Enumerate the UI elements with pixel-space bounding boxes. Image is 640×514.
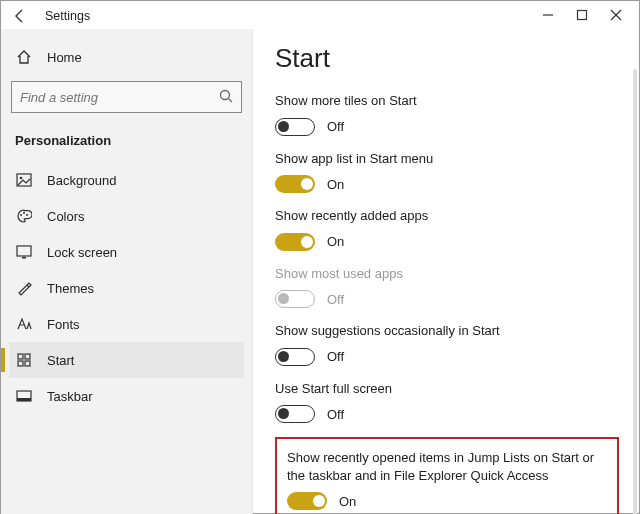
lockscreen-icon [15, 245, 33, 259]
setting-jumplists: Show recently opened items in Jump Lists… [287, 449, 607, 510]
sidebar-item-label: Colors [47, 209, 85, 224]
search-input[interactable] [11, 81, 242, 113]
setting-label: Use Start full screen [275, 380, 615, 398]
home-nav[interactable]: Home [9, 43, 244, 77]
setting-recently-added: Show recently added apps On [275, 207, 619, 251]
page-title: Start [275, 43, 619, 74]
sidebar-item-label: Start [47, 353, 74, 368]
toggle-app-list[interactable] [275, 175, 315, 193]
setting-more-tiles: Show more tiles on Start Off [275, 92, 619, 136]
svg-point-6 [20, 214, 22, 216]
setting-app-list: Show app list in Start menu On [275, 150, 619, 194]
home-label: Home [47, 50, 82, 65]
setting-label: Show app list in Start menu [275, 150, 615, 168]
setting-label: Show most used apps [275, 265, 615, 283]
group-title: Personalization [9, 127, 244, 162]
toggle-state: On [327, 177, 344, 192]
svg-point-5 [20, 177, 23, 180]
home-icon [15, 49, 33, 65]
minimize-button[interactable] [531, 1, 565, 29]
titlebar: Settings [1, 1, 639, 29]
close-button[interactable] [599, 1, 633, 29]
fonts-icon [15, 317, 33, 331]
search-icon [218, 88, 234, 104]
toggle-jumplists[interactable] [287, 492, 327, 510]
svg-rect-12 [25, 354, 30, 359]
toggle-state: Off [327, 119, 344, 134]
sidebar-item-start[interactable]: Start [9, 342, 244, 378]
svg-point-7 [23, 212, 25, 214]
maximize-button[interactable] [565, 1, 599, 29]
toggle-state: On [339, 494, 356, 509]
toggle-state: Off [327, 407, 344, 422]
toggle-most-used [275, 290, 315, 308]
window-title: Settings [45, 9, 90, 23]
toggle-state: Off [327, 292, 344, 307]
settings-window: Settings Home Personali [0, 0, 640, 514]
setting-label: Show recently opened items in Jump Lists… [287, 449, 607, 484]
svg-rect-16 [17, 398, 31, 401]
svg-rect-1 [578, 11, 587, 20]
sidebar-item-label: Fonts [47, 317, 80, 332]
toggle-recently-added[interactable] [275, 233, 315, 251]
back-button[interactable] [9, 5, 31, 27]
setting-fullscreen: Use Start full screen Off [275, 380, 619, 424]
svg-rect-10 [22, 257, 26, 259]
sidebar-item-label: Taskbar [47, 389, 93, 404]
setting-most-used: Show most used apps Off [275, 265, 619, 309]
toggle-suggestions[interactable] [275, 348, 315, 366]
svg-rect-14 [25, 361, 30, 366]
sidebar-item-fonts[interactable]: Fonts [9, 306, 244, 342]
svg-line-3 [229, 99, 233, 103]
sidebar-item-themes[interactable]: Themes [9, 270, 244, 306]
sidebar-item-lockscreen[interactable]: Lock screen [9, 234, 244, 270]
body: Home Personalization Background Colors L… [1, 29, 639, 514]
sidebar-item-label: Background [47, 173, 116, 188]
sidebar-item-colors[interactable]: Colors [9, 198, 244, 234]
sidebar-item-label: Themes [47, 281, 94, 296]
toggle-state: On [327, 234, 344, 249]
toggle-fullscreen[interactable] [275, 405, 315, 423]
toggle-more-tiles[interactable] [275, 118, 315, 136]
scrollbar[interactable] [633, 69, 637, 514]
search-wrap [11, 81, 242, 113]
svg-rect-9 [17, 246, 31, 256]
svg-point-8 [26, 214, 28, 216]
setting-label: Show recently added apps [275, 207, 615, 225]
sidebar: Home Personalization Background Colors L… [1, 29, 253, 514]
content-pane: Start Show more tiles on Start Off Show … [253, 29, 639, 514]
sidebar-item-taskbar[interactable]: Taskbar [9, 378, 244, 414]
taskbar-icon [15, 390, 33, 402]
svg-point-2 [221, 91, 230, 100]
setting-label: Show more tiles on Start [275, 92, 615, 110]
svg-rect-11 [18, 354, 23, 359]
toggle-state: Off [327, 349, 344, 364]
setting-label: Show suggestions occasionally in Start [275, 322, 615, 340]
picture-icon [15, 173, 33, 187]
palette-icon [15, 208, 33, 224]
themes-icon [15, 280, 33, 296]
sidebar-item-background[interactable]: Background [9, 162, 244, 198]
start-icon [15, 353, 33, 367]
svg-rect-13 [18, 361, 23, 366]
highlight-box: Show recently opened items in Jump Lists… [275, 437, 619, 514]
setting-suggestions: Show suggestions occasionally in Start O… [275, 322, 619, 366]
sidebar-item-label: Lock screen [47, 245, 117, 260]
